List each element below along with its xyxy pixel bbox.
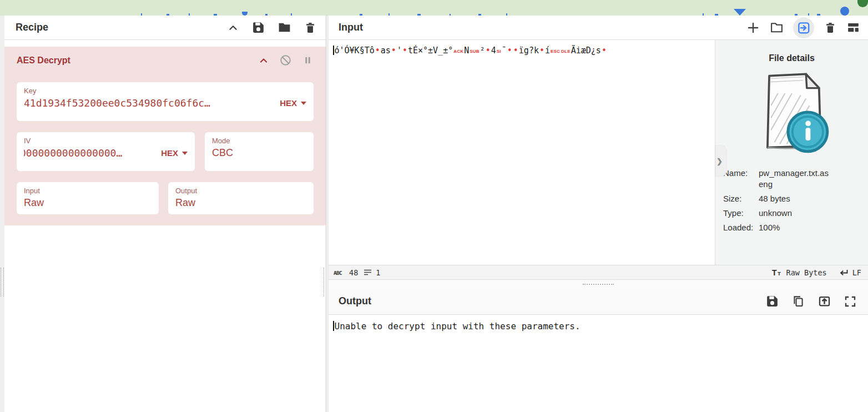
maximise-output-icon[interactable] [844, 295, 857, 308]
input-text: tÉ×°±V_±° [408, 46, 453, 56]
input-text: ' [397, 46, 402, 56]
iv-type-dropdown[interactable]: HEX [161, 148, 188, 158]
left-resize-handle[interactable] [1, 268, 4, 297]
file-type-row: Type: unknown [723, 208, 868, 219]
replace-input-icon[interactable] [817, 294, 831, 308]
collapse-operation-icon[interactable] [258, 55, 269, 66]
operation-aes-decrypt[interactable]: AES Decrypt Key [4, 47, 326, 225]
open-input-tab-icon[interactable] [793, 17, 814, 38]
file-details-collapse-tab[interactable]: ❯ [715, 145, 726, 177]
line-count-icon [364, 269, 372, 276]
key-input[interactable]: 41d1934f53200ee0c534980fc06f6c… [24, 97, 274, 109]
recipe-title: Recipe [16, 22, 48, 33]
copy-output-icon[interactable] [791, 294, 805, 308]
file-name-label: Name: [723, 168, 759, 190]
raw-bytes-toggle[interactable]: TT Raw Bytes [772, 268, 827, 277]
save-output-icon[interactable] [765, 294, 779, 308]
text-cursor [333, 321, 334, 331]
op-output-format-field: Output Raw [168, 182, 314, 214]
char-count: ABC 48 [334, 268, 358, 277]
operation-title: AES Decrypt [17, 56, 70, 66]
eol-toggle[interactable]: LF [838, 268, 861, 277]
encoding-value: Raw Bytes [786, 268, 827, 277]
top-banner [0, 0, 868, 16]
input-text: ÃiæD¿s [571, 46, 601, 56]
file-size-row: Size: 48 bytes [723, 193, 868, 204]
op-input-format-select[interactable]: Raw [24, 197, 152, 209]
eol-value: LF [852, 268, 861, 277]
clear-input-icon[interactable] [824, 21, 837, 34]
raw-bytes-icon: TT [772, 268, 783, 277]
banner-fragment [734, 9, 746, 16]
iv-input[interactable]: 0000000000000000… [24, 147, 155, 159]
line-count: 1 [364, 268, 380, 277]
left-margin [0, 16, 4, 412]
file-name-value: pw_manager.txt.as eng [759, 168, 829, 190]
mode-select[interactable]: CBC [212, 147, 306, 159]
output-message: Unable to decrypt input with these param… [335, 321, 581, 331]
key-label: Key [24, 87, 306, 95]
add-input-icon[interactable] [746, 21, 760, 35]
output-title: Output [339, 295, 371, 307]
input-text-line: ó'Ó¥K§Tô•as•'•tÉ×°±V_±°ACKNSUB²•4SI¯••ïg… [333, 45, 714, 57]
chevron-down-icon [182, 152, 188, 155]
file-details-title: File details [715, 53, 868, 63]
control-char-label: SI [497, 49, 501, 54]
nonprintable-dot: • [391, 46, 396, 56]
control-char-label: ESC [551, 49, 560, 54]
input-text: í [545, 46, 550, 56]
output-text-line: Unable to decrypt input with these param… [333, 320, 867, 332]
key-type-dropdown[interactable]: HEX [280, 98, 306, 108]
key-field: Key 41d1934f53200ee0c534980fc06f6c… HEX [17, 82, 314, 121]
input-text: 4 [491, 46, 496, 56]
file-loaded-row: Loaded: 100% [723, 222, 868, 233]
recipe-header: Recipe [4, 16, 326, 40]
op-output-format-select[interactable]: Raw [175, 197, 306, 209]
banner-fragment [857, 0, 868, 7]
svg-text:T: T [772, 268, 777, 277]
mode-field: Mode CBC [205, 132, 314, 171]
input-text: ¯ [502, 46, 507, 56]
collapse-recipe-icon[interactable] [227, 22, 239, 34]
io-resize-handle[interactable] [583, 284, 614, 285]
control-char-label: ACK [453, 49, 463, 54]
nonprintable-dot: • [486, 46, 491, 56]
disable-operation-icon[interactable] [279, 54, 292, 67]
banner-fragment [242, 12, 248, 16]
input-editor[interactable]: ó'Ó¥K§Tô•as•'•tÉ×°±V_±°ACKNSUB²•4SI¯••ïg… [329, 40, 715, 265]
io-split-gap [329, 280, 868, 288]
nonprintable-dot: • [539, 46, 544, 56]
file-details-rows: Name: pw_manager.txt.as eng Size: 48 byt… [723, 168, 868, 233]
svg-text:ABC: ABC [334, 270, 342, 276]
input-text: ² [480, 46, 485, 56]
input-text: as [381, 46, 391, 56]
breakpoint-icon[interactable] [302, 54, 314, 66]
save-recipe-icon[interactable] [251, 21, 265, 34]
input-title: Input [339, 22, 363, 33]
op-input-format-field: Input Raw [17, 182, 159, 214]
clear-recipe-icon[interactable] [304, 21, 317, 34]
file-name-row: Name: pw_manager.txt.as eng [723, 168, 868, 190]
load-recipe-icon[interactable] [277, 21, 291, 34]
return-icon [838, 269, 849, 277]
control-char-label: DLE [561, 49, 571, 54]
output-header: Output [329, 288, 868, 315]
open-folder-icon[interactable] [770, 21, 784, 34]
line-count-value: 1 [376, 268, 380, 277]
svg-text:T: T [778, 270, 781, 277]
input-text: ó'Ó¥K§Tô [335, 46, 375, 56]
file-type-value: unknown [759, 208, 792, 219]
file-loaded-value: 100% [759, 222, 780, 233]
nonprintable-dot: • [507, 46, 512, 56]
file-details-panel: ❯ File details Name: pw_manager.txt.as e… [715, 40, 868, 265]
cyberchef-app: Recipe AES Decrypt [0, 0, 868, 412]
output-editor[interactable]: Unable to decrypt input with these param… [329, 315, 868, 412]
file-icon [748, 69, 836, 163]
file-size-value: 48 bytes [759, 193, 790, 204]
help-icon [840, 7, 849, 16]
recipe-panel: Recipe AES Decrypt [4, 16, 326, 412]
text-cursor [333, 46, 334, 55]
control-char-label: SUB [470, 49, 480, 54]
op-output-format-label: Output [175, 187, 306, 195]
layout-icon[interactable] [846, 21, 860, 34]
